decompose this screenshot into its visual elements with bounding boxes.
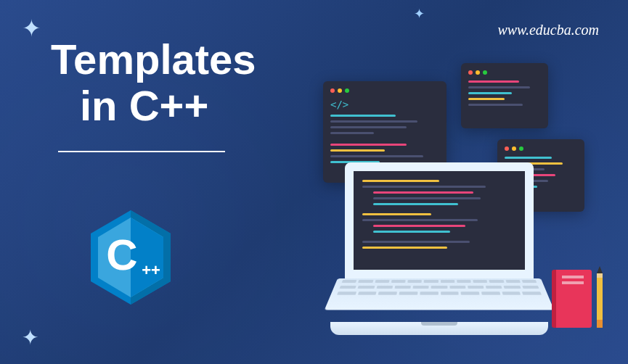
window-controls: [330, 88, 439, 93]
svg-text:C: C: [106, 231, 137, 279]
sparkle-decoration: ✦: [22, 15, 41, 42]
title-line-2: in C++: [51, 83, 256, 129]
notebook-icon: [552, 270, 592, 328]
website-url: www.educba.com: [497, 22, 599, 38]
code-tag-icon: </>: [330, 99, 439, 110]
laptop-screen: [345, 162, 534, 278]
pencil-icon: [597, 273, 603, 328]
window-controls: [505, 146, 577, 151]
svg-text:++: ++: [142, 261, 160, 279]
sparkle-decoration: ✦: [414, 6, 425, 22]
title-line-1: Templates: [51, 36, 256, 83]
title-divider: [58, 151, 225, 152]
laptop-base: [330, 322, 548, 335]
cpp-logo-icon: C ++: [87, 210, 174, 308]
page-title: Templates in C++: [51, 36, 256, 152]
sparkle-decoration: ✦: [22, 326, 38, 349]
code-window-2: [461, 63, 548, 128]
laptop-keyboard: [325, 278, 554, 310]
window-controls: [468, 70, 541, 75]
laptop-illustration: </>: [294, 59, 606, 349]
laptop-icon: [330, 162, 548, 335]
